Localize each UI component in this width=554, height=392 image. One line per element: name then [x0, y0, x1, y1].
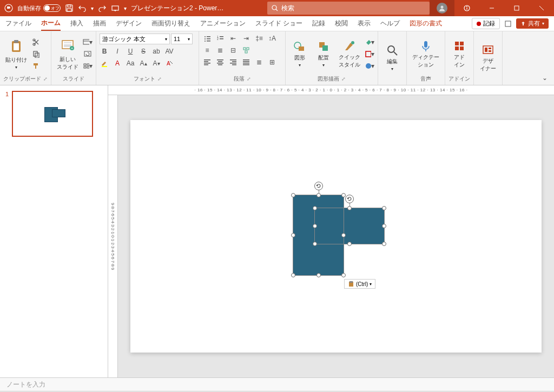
- bullets-icon[interactable]: [202, 34, 212, 43]
- distribute-icon[interactable]: ≣: [254, 57, 264, 67]
- bold-icon[interactable]: B: [100, 46, 109, 56]
- notes-pane[interactable]: ノートを入力: [0, 377, 554, 391]
- redo-icon[interactable]: [98, 4, 107, 12]
- font-name-combo[interactable]: 游ゴシック 本文▾: [100, 34, 170, 44]
- paragraph-launcher-icon[interactable]: ⤢: [247, 76, 251, 82]
- editing-button[interactable]: 編集▾: [381, 43, 403, 72]
- resize-handle[interactable]: [382, 206, 386, 210]
- new-slide-button[interactable]: + 新しい スライド: [55, 36, 81, 72]
- resize-handle[interactable]: [347, 242, 352, 246]
- autosave-toggle[interactable]: 自動保存 オフ: [17, 4, 61, 12]
- font-size-combo[interactable]: 11▾: [171, 34, 193, 44]
- save-icon[interactable]: [65, 4, 74, 12]
- text-shadow-icon[interactable]: ab: [151, 46, 161, 56]
- account-button[interactable]: [430, 0, 454, 16]
- tab-review[interactable]: 校閲: [335, 17, 348, 30]
- tab-draw[interactable]: 描画: [93, 17, 106, 30]
- designer-button[interactable]: デザ イナー: [477, 42, 499, 74]
- italic-icon[interactable]: I: [113, 46, 122, 56]
- clear-format-icon[interactable]: A: [164, 58, 174, 68]
- indent-left-icon[interactable]: ⇤: [228, 34, 238, 43]
- underline-icon[interactable]: U: [126, 46, 135, 56]
- smartart-icon[interactable]: [241, 45, 251, 55]
- resize-handle[interactable]: [313, 224, 317, 228]
- resize-handle[interactable]: [316, 273, 321, 277]
- text-direction-icon[interactable]: ↕A: [267, 34, 277, 43]
- resize-handle[interactable]: [316, 193, 321, 197]
- addins-button[interactable]: アド イン: [449, 38, 470, 70]
- convert-smartart-icon[interactable]: ⊞: [267, 57, 277, 67]
- text-align-icon[interactable]: ⊟: [228, 45, 238, 55]
- reset-slide-icon[interactable]: [83, 49, 93, 59]
- tab-help[interactable]: ヘルプ: [380, 17, 400, 30]
- layout-icon[interactable]: ▾: [83, 37, 93, 47]
- minimize-button[interactable]: [479, 0, 504, 16]
- grow-font-icon[interactable]: A▴: [138, 58, 148, 68]
- resize-handle[interactable]: [291, 273, 295, 277]
- resize-handle[interactable]: [341, 273, 346, 277]
- alignment-dist-icon[interactable]: ≡: [202, 45, 212, 55]
- highlight-icon[interactable]: [100, 58, 109, 68]
- tab-home[interactable]: ホーム: [41, 16, 61, 31]
- resize-handle[interactable]: [291, 193, 295, 197]
- shape-effects-icon[interactable]: ▾: [365, 61, 374, 71]
- quick-styles-button[interactable]: クイック スタイル: [337, 38, 362, 70]
- thumbnail-preview[interactable]: [12, 91, 93, 137]
- change-case-icon[interactable]: Aa: [126, 58, 135, 68]
- tab-slideshow[interactable]: スライド ショー: [255, 17, 302, 30]
- search-box[interactable]: [267, 2, 430, 15]
- canvas-area[interactable]: (Ctrl) ▾: [118, 95, 554, 377]
- rotate-handle-icon[interactable]: [314, 182, 323, 190]
- shapes-button[interactable]: 図形▾: [289, 39, 311, 69]
- resize-handle[interactable]: [313, 206, 317, 210]
- record-button[interactable]: 記録: [472, 18, 500, 29]
- thumbnail-item[interactable]: 1: [5, 91, 102, 137]
- resize-handle[interactable]: [347, 206, 352, 210]
- shape-fill-icon[interactable]: ▾: [365, 37, 374, 47]
- format-painter-icon[interactable]: [31, 61, 41, 71]
- mode-switch-icon[interactable]: [503, 19, 513, 29]
- tab-shape-format[interactable]: 図形の書式: [410, 17, 442, 30]
- font-color-icon[interactable]: A: [113, 58, 122, 68]
- collapse-ribbon-icon[interactable]: ⌄: [540, 73, 550, 83]
- search-input[interactable]: [281, 4, 425, 12]
- numbering-icon[interactable]: 12: [215, 34, 225, 43]
- resize-handle[interactable]: [382, 224, 386, 228]
- tab-view[interactable]: 表示: [358, 17, 371, 30]
- resize-handle[interactable]: [291, 233, 295, 237]
- slide-canvas[interactable]: (Ctrl) ▾: [130, 120, 542, 353]
- start-from-beginning-icon[interactable]: [111, 4, 120, 12]
- justify-icon[interactable]: [241, 57, 251, 67]
- paste-button[interactable]: 貼り付け ▾: [3, 37, 29, 71]
- align-center-icon[interactable]: [215, 57, 225, 67]
- indent-right-icon[interactable]: ⇥: [241, 34, 251, 43]
- copy-icon[interactable]: [31, 49, 41, 59]
- rotate-handle-icon[interactable]: [345, 195, 354, 203]
- coming-soon-button[interactable]: [454, 0, 479, 16]
- line-spacing-icon[interactable]: ‡≡: [254, 34, 264, 43]
- tab-transitions[interactable]: 画面切り替え: [151, 17, 190, 30]
- tab-file[interactable]: ファイル: [5, 17, 31, 30]
- align-left-icon[interactable]: [202, 57, 212, 67]
- arrange-button[interactable]: 配置▾: [313, 39, 334, 69]
- tab-animations[interactable]: アニメーション: [200, 17, 246, 30]
- shrink-font-icon[interactable]: A▾: [151, 58, 161, 68]
- tab-design[interactable]: デザイン: [116, 17, 142, 30]
- tab-record[interactable]: 記録: [312, 17, 325, 30]
- clipboard-launcher-icon[interactable]: ⤢: [43, 76, 48, 82]
- dictate-button[interactable]: ディクテー ション: [410, 38, 441, 70]
- drawing-launcher-icon[interactable]: ⤢: [341, 76, 346, 82]
- resize-handle[interactable]: [382, 242, 386, 246]
- strikethrough-icon[interactable]: S: [138, 46, 148, 56]
- shape-outline-icon[interactable]: ▾: [365, 49, 374, 59]
- maximize-button[interactable]: [504, 0, 529, 16]
- paste-options-tag[interactable]: (Ctrl) ▾: [344, 279, 375, 289]
- close-button[interactable]: [529, 0, 554, 16]
- character-spacing-icon[interactable]: AV: [164, 46, 174, 56]
- section-icon[interactable]: ▾: [83, 61, 93, 71]
- selection-box-2[interactable]: [314, 208, 385, 244]
- columns-icon[interactable]: ≣: [215, 45, 225, 55]
- tab-insert[interactable]: 挿入: [70, 17, 83, 30]
- undo-dropdown-icon[interactable]: ▾: [91, 5, 94, 11]
- align-right-icon[interactable]: [228, 57, 238, 67]
